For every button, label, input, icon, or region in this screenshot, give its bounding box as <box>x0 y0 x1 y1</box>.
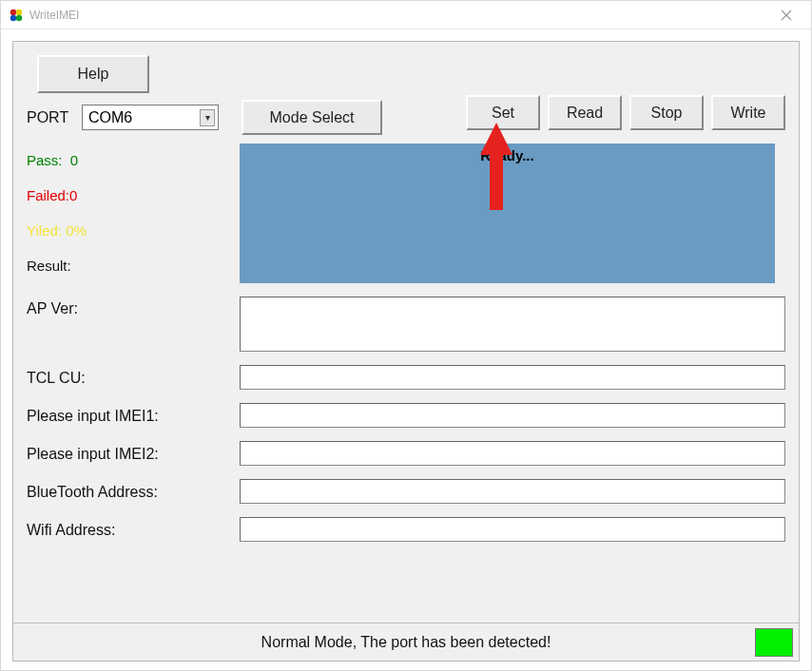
status-bar: Normal Mode, The port has been detected! <box>13 623 799 661</box>
stat-pass: Pass: 0 <box>27 150 87 170</box>
tcl-cu-label: TCL CU: <box>27 368 240 387</box>
toolbar-row: PORT COM6 ▾ Mode Select Set Read Stop Wr… <box>27 100 785 135</box>
ap-ver-input[interactable] <box>240 297 785 352</box>
stat-result: Result: <box>27 256 87 276</box>
port-label: PORT <box>27 109 82 126</box>
field-bluetooth: BlueTooth Address: <box>27 479 785 504</box>
port-select[interactable]: COM6 ▾ <box>82 105 219 130</box>
port-select-value: COM6 <box>88 109 132 126</box>
field-imei1: Please input IMEI1: <box>27 403 785 428</box>
svg-point-1 <box>16 9 22 14</box>
svg-point-0 <box>10 9 16 14</box>
stat-failed: Failed:0 <box>27 185 87 205</box>
window-title: WriteIMEI <box>29 9 79 22</box>
help-button[interactable]: Help <box>37 55 149 93</box>
write-button[interactable]: Write <box>711 95 785 130</box>
action-button-group: Set Read Stop Write <box>466 95 785 130</box>
mode-select-button[interactable]: Mode Select <box>242 100 382 135</box>
log-panel: Ready... <box>240 144 775 283</box>
close-button[interactable] <box>767 4 805 27</box>
fields-block: AP Ver: TCL CU: Please input IMEI1: Plea… <box>27 297 785 555</box>
app-icon <box>9 8 24 23</box>
bluetooth-label: BlueTooth Address: <box>27 482 240 501</box>
stop-button[interactable]: Stop <box>629 95 704 130</box>
client-area: Help PORT COM6 ▾ Mode Select Set Read St… <box>1 29 811 670</box>
status-text: Normal Mode, The port has been detected! <box>261 634 551 651</box>
field-wifi: Wifi Address: <box>27 517 785 542</box>
ap-ver-label: AP Ver: <box>27 297 240 317</box>
status-indicator <box>755 628 793 657</box>
imei1-label: Please input IMEI1: <box>27 406 240 425</box>
main-panel: Help PORT COM6 ▾ Mode Select Set Read St… <box>12 41 800 661</box>
stat-yiled: Yiled: 0% <box>27 220 87 240</box>
chevron-down-icon: ▾ <box>200 109 215 126</box>
imei2-input[interactable] <box>240 441 785 466</box>
app-window: WriteIMEI Help PORT COM6 ▾ Mode Select S… <box>0 0 812 671</box>
wifi-label: Wifi Address: <box>27 520 240 539</box>
titlebar[interactable]: WriteIMEI <box>1 1 811 29</box>
bluetooth-input[interactable] <box>240 479 785 504</box>
field-imei2: Please input IMEI2: <box>27 441 785 466</box>
read-button[interactable]: Read <box>548 95 622 130</box>
imei1-input[interactable] <box>240 403 785 428</box>
field-tcl-cu: TCL CU: <box>27 365 785 390</box>
field-ap-ver: AP Ver: <box>27 297 785 352</box>
log-text: Ready... <box>480 147 533 283</box>
svg-point-3 <box>16 14 22 20</box>
wifi-input[interactable] <box>240 517 785 542</box>
tcl-cu-input[interactable] <box>240 365 785 390</box>
set-button[interactable]: Set <box>466 95 540 130</box>
svg-point-2 <box>10 14 16 20</box>
stats-block: Pass: 0 Failed:0 Yiled: 0% Result: <box>27 150 87 276</box>
imei2-label: Please input IMEI2: <box>27 444 240 463</box>
